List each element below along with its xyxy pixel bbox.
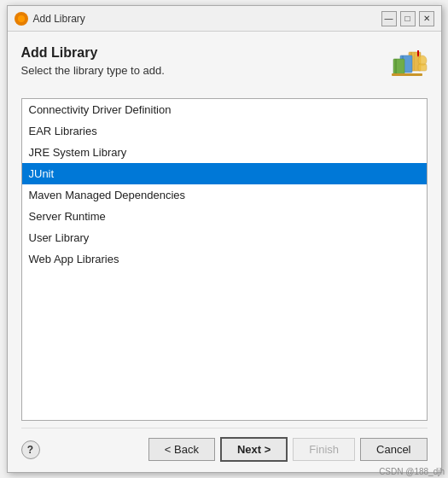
svg-rect-6 bbox=[395, 59, 397, 74]
help-button[interactable]: ? bbox=[21, 440, 40, 459]
window-icon bbox=[15, 12, 28, 26]
header-text: Add Library Select the library type to a… bbox=[21, 45, 165, 77]
dialog-content: Add Library Select the library type to a… bbox=[8, 32, 441, 472]
cancel-button[interactable]: Cancel bbox=[360, 438, 427, 461]
list-item-user[interactable]: User Library bbox=[22, 227, 427, 248]
books-icon bbox=[385, 45, 428, 88]
list-item-jre[interactable]: JRE System Library bbox=[22, 142, 427, 163]
next-button[interactable]: Next > bbox=[220, 437, 288, 462]
window-title: Add Library bbox=[33, 13, 381, 25]
svg-rect-2 bbox=[414, 52, 415, 71]
list-item-maven[interactable]: Maven Managed Dependencies bbox=[22, 184, 427, 206]
footer-left: ? bbox=[21, 440, 40, 459]
footer-buttons: < Back Next > Finish Cancel bbox=[148, 437, 428, 462]
list-item-webapp[interactable]: Web App Libraries bbox=[22, 248, 427, 270]
list-item-connectivity[interactable]: Connectivity Driver Definition bbox=[22, 99, 427, 120]
svg-rect-8 bbox=[392, 73, 422, 76]
maximize-button[interactable]: □ bbox=[400, 11, 416, 26]
minimize-button[interactable]: — bbox=[381, 11, 397, 26]
list-item-ear[interactable]: EAR Libraries bbox=[22, 120, 427, 142]
list-item-junit[interactable]: JUnit bbox=[22, 163, 427, 184]
finish-button[interactable]: Finish bbox=[293, 438, 355, 461]
title-bar-controls: — □ ✕ bbox=[381, 11, 434, 26]
header-area: Add Library Select the library type to a… bbox=[21, 45, 428, 88]
dialog-title: Add Library bbox=[21, 45, 165, 61]
add-library-window: Add Library — □ ✕ Add Library Select the… bbox=[7, 5, 442, 473]
close-button[interactable]: ✕ bbox=[419, 11, 434, 26]
svg-rect-5 bbox=[393, 59, 404, 74]
watermark: CSDN @188_djh bbox=[379, 467, 445, 476]
list-item-server[interactable]: Server Runtime bbox=[22, 206, 427, 227]
svg-rect-10 bbox=[418, 64, 427, 71]
title-bar: Add Library — □ ✕ bbox=[8, 6, 441, 32]
back-button[interactable]: < Back bbox=[148, 438, 215, 461]
library-type-list[interactable]: Connectivity Driver DefinitionEAR Librar… bbox=[21, 98, 428, 421]
dialog-subtitle: Select the library type to add. bbox=[21, 64, 165, 77]
dialog-footer: ? < Back Next > Finish Cancel bbox=[21, 428, 428, 465]
